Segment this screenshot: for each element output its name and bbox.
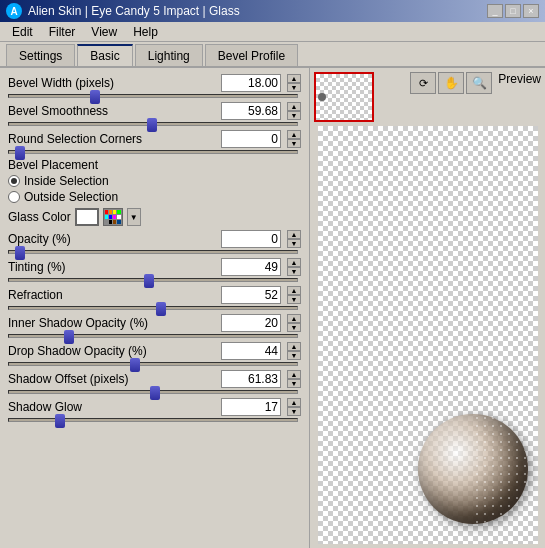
inner-shadow-slider-row — [8, 334, 301, 338]
round-corners-row: Round Selection Corners 0 ▲ ▼ — [8, 130, 301, 148]
menu-filter[interactable]: Filter — [41, 24, 84, 40]
shadow-glow-thumb[interactable] — [55, 414, 65, 428]
drop-shadow-up[interactable]: ▲ — [287, 342, 301, 351]
close-button[interactable]: × — [523, 4, 539, 18]
opacity-up[interactable]: ▲ — [287, 230, 301, 239]
color-dropdown-arrow[interactable]: ▼ — [127, 208, 141, 226]
outside-selection-row[interactable]: Outside Selection — [8, 190, 301, 204]
round-corners-spinner[interactable]: ▲ ▼ — [287, 130, 301, 148]
shadow-glow-down[interactable]: ▼ — [287, 407, 301, 416]
inside-selection-row[interactable]: Inside Selection — [8, 174, 301, 188]
drop-shadow-row: Drop Shadow Opacity (%) 44 ▲ ▼ — [8, 342, 301, 360]
tabs-row: Settings Basic Lighting Bevel Profile — [0, 42, 545, 68]
opacity-thumb[interactable] — [15, 246, 25, 260]
opacity-slider-row — [8, 250, 301, 254]
refraction-track[interactable] — [8, 306, 298, 310]
round-corners-label: Round Selection Corners — [8, 132, 142, 146]
bevel-width-thumb[interactable] — [90, 90, 100, 104]
round-corners-track[interactable] — [8, 150, 298, 154]
shadow-offset-slider-row — [8, 390, 301, 394]
bevel-smoothness-down[interactable]: ▼ — [287, 111, 301, 120]
shadow-offset-thumb[interactable] — [150, 386, 160, 400]
shadow-glow-spinner[interactable]: ▲ ▼ — [287, 398, 301, 416]
opacity-value: 0 — [221, 230, 281, 248]
thumbnail-dot — [318, 93, 326, 101]
inner-shadow-spinner[interactable]: ▲ ▼ — [287, 314, 301, 332]
inner-shadow-up[interactable]: ▲ — [287, 314, 301, 323]
inner-shadow-thumb[interactable] — [64, 330, 74, 344]
refraction-slider-row — [8, 306, 301, 310]
bevel-width-track[interactable] — [8, 94, 298, 98]
outside-selection-label: Outside Selection — [24, 190, 118, 204]
tinting-value: 49 — [221, 258, 281, 276]
bevel-smoothness-up[interactable]: ▲ — [287, 102, 301, 111]
shadow-offset-value: 61.83 — [221, 370, 281, 388]
bevel-width-label: Bevel Width (pixels) — [8, 76, 114, 90]
drop-shadow-spinner[interactable]: ▲ ▼ — [287, 342, 301, 360]
glass-sphere — [418, 414, 528, 524]
opacity-down[interactable]: ▼ — [287, 239, 301, 248]
opacity-spinner[interactable]: ▲ ▼ — [287, 230, 301, 248]
outside-selection-radio[interactable] — [8, 191, 20, 203]
preview-canvas[interactable] — [318, 126, 538, 544]
shadow-offset-spinner[interactable]: ▲ ▼ — [287, 370, 301, 388]
menu-view[interactable]: View — [83, 24, 125, 40]
bevel-smoothness-track[interactable] — [8, 122, 298, 126]
refraction-spinner[interactable]: ▲ ▼ — [287, 286, 301, 304]
drop-shadow-thumb[interactable] — [130, 358, 140, 372]
drop-shadow-down[interactable]: ▼ — [287, 351, 301, 360]
refraction-up[interactable]: ▲ — [287, 286, 301, 295]
bevel-smoothness-spinner[interactable]: ▲ ▼ — [287, 102, 301, 120]
opacity-track[interactable] — [8, 250, 298, 254]
glass-color-label: Glass Color — [8, 210, 71, 224]
glass-color-swatch[interactable] — [75, 208, 99, 226]
opacity-label: Opacity (%) — [8, 232, 71, 246]
round-corners-down[interactable]: ▼ — [287, 139, 301, 148]
round-corners-up[interactable]: ▲ — [287, 130, 301, 139]
bevel-width-up[interactable]: ▲ — [287, 74, 301, 83]
refraction-down[interactable]: ▼ — [287, 295, 301, 304]
shadow-glow-up[interactable]: ▲ — [287, 398, 301, 407]
shadow-offset-down[interactable]: ▼ — [287, 379, 301, 388]
inner-shadow-value: 20 — [221, 314, 281, 332]
glass-color-row: Glass Color ▼ — [8, 208, 301, 226]
hand-icon[interactable]: ✋ — [438, 72, 464, 94]
bevel-width-spinner[interactable]: ▲ ▼ — [287, 74, 301, 92]
color-grid-icon[interactable] — [103, 208, 123, 226]
drop-shadow-track[interactable] — [8, 362, 298, 366]
shadow-offset-track[interactable] — [8, 390, 298, 394]
shadow-offset-up[interactable]: ▲ — [287, 370, 301, 379]
tinting-up[interactable]: ▲ — [287, 258, 301, 267]
tinting-track[interactable] — [8, 278, 298, 282]
tab-basic[interactable]: Basic — [77, 44, 132, 66]
tab-bevel-profile[interactable]: Bevel Profile — [205, 44, 298, 66]
thumbnail-box[interactable] — [314, 72, 374, 122]
inner-shadow-track[interactable] — [8, 334, 298, 338]
tab-lighting[interactable]: Lighting — [135, 44, 203, 66]
tinting-thumb[interactable] — [144, 274, 154, 288]
zoom-icon[interactable]: 🔍 — [466, 72, 492, 94]
bevel-smoothness-thumb[interactable] — [147, 118, 157, 132]
inner-shadow-down[interactable]: ▼ — [287, 323, 301, 332]
bevel-smoothness-slider-row — [8, 122, 301, 126]
maximize-button[interactable]: □ — [505, 4, 521, 18]
title-bar: A Alien Skin | Eye Candy 5 Impact | Glas… — [0, 0, 545, 22]
round-corners-slider-row — [8, 150, 301, 154]
minimize-button[interactable]: _ — [487, 4, 503, 18]
bevel-width-down[interactable]: ▼ — [287, 83, 301, 92]
inside-selection-radio[interactable] — [8, 175, 20, 187]
tinting-down[interactable]: ▼ — [287, 267, 301, 276]
preview-toolbar: ⟳ ✋ 🔍 Preview — [410, 72, 541, 94]
refraction-thumb[interactable] — [156, 302, 166, 316]
drop-shadow-value: 44 — [221, 342, 281, 360]
rotate-icon[interactable]: ⟳ — [410, 72, 436, 94]
bevel-placement-label: Bevel Placement — [8, 158, 301, 172]
shadow-glow-track[interactable] — [8, 418, 298, 422]
tab-settings[interactable]: Settings — [6, 44, 75, 66]
refraction-row: Refraction 52 ▲ ▼ — [8, 286, 301, 304]
tinting-spinner[interactable]: ▲ ▼ — [287, 258, 301, 276]
menu-edit[interactable]: Edit — [4, 24, 41, 40]
menu-help[interactable]: Help — [125, 24, 166, 40]
bevel-width-slider-row — [8, 94, 301, 98]
round-corners-thumb[interactable] — [15, 146, 25, 160]
